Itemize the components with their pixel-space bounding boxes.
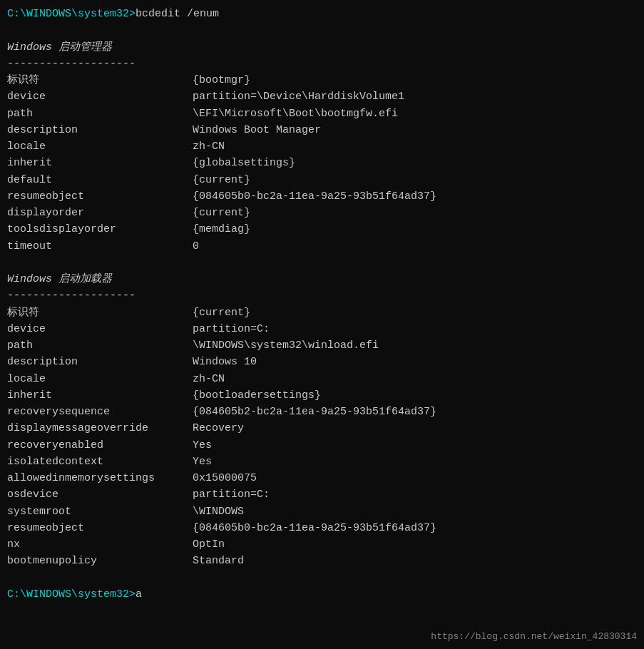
table-row: locale zh-CN xyxy=(7,138,637,155)
table-row: recoveryenabled Yes xyxy=(7,437,637,454)
table-row: 标识符 {bootmgr} xyxy=(7,72,637,88)
value: Standard xyxy=(193,553,244,569)
watermark: https://blog.csdn.net/weixin_42830314 xyxy=(431,631,637,642)
value: {084605b2-bc2a-11ea-9a25-93b51f64ad37} xyxy=(193,404,436,420)
table-row: device partition=C: xyxy=(7,321,637,337)
table-row: nx OptIn xyxy=(7,536,637,553)
prompt-2: C:\WINDOWS\system32> xyxy=(7,586,136,603)
value: {current} xyxy=(193,305,250,321)
key: systemroot xyxy=(7,504,193,520)
value: partition=C: xyxy=(193,486,270,503)
command-line-1: C:\WINDOWS\system32>bcdedit /enum xyxy=(7,6,637,22)
key: displaymessageoverride xyxy=(7,420,193,436)
value: {084605b0-bc2a-11ea-9a25-93b51f64ad37} xyxy=(193,188,436,205)
table-row: default {current} xyxy=(7,172,637,188)
section1-divider: -------------------- xyxy=(7,56,637,72)
value: {084605b0-bc2a-11ea-9a25-93b51f64ad37} xyxy=(193,520,436,536)
table-row: bootmenupolicy Standard xyxy=(7,553,637,569)
value: \EFI\Microsoft\Boot\bootmgfw.efi xyxy=(193,106,398,122)
section2-divider: -------------------- xyxy=(7,287,637,304)
value: \WINDOWS\system32\winload.efi xyxy=(193,337,379,354)
value: 0 xyxy=(193,238,199,255)
table-row: timeout 0 xyxy=(7,238,637,255)
blank-1 xyxy=(7,22,637,39)
key: toolsdisplayorder xyxy=(7,221,193,237)
command-2: a xyxy=(136,586,142,603)
table-row: systemroot \WINDOWS xyxy=(7,504,637,520)
key: displayorder xyxy=(7,205,193,221)
key: inherit xyxy=(7,387,193,404)
value: {current} xyxy=(193,205,250,221)
table-row: resumeobject {084605b0-bc2a-11ea-9a25-93… xyxy=(7,188,637,205)
table-row: toolsdisplayorder {memdiag} xyxy=(7,221,637,237)
table-row: resumeobject {084605b0-bc2a-11ea-9a25-93… xyxy=(7,520,637,536)
key: recoverysequence xyxy=(7,404,193,420)
key: timeout xyxy=(7,238,193,255)
value: {memdiag} xyxy=(193,221,250,237)
value: {globalsettings} xyxy=(193,155,295,171)
key: locale xyxy=(7,138,193,155)
table-row: displaymessageoverride Recovery xyxy=(7,420,637,436)
table-row: displayorder {current} xyxy=(7,205,637,221)
key: recoveryenabled xyxy=(7,437,193,454)
value: partition=\Device\HarddiskVolume1 xyxy=(193,88,404,105)
section2-header: Windows 启动加载器 xyxy=(7,271,637,287)
table-row: inherit {bootloadersettings} xyxy=(7,387,637,404)
table-row: path \WINDOWS\system32\winload.efi xyxy=(7,337,637,354)
value: Yes xyxy=(193,437,212,454)
key: allowedinmemorysettings xyxy=(7,470,193,486)
table-row: osdevice partition=C: xyxy=(7,486,637,503)
section1-header: Windows 启动管理器 xyxy=(7,39,637,56)
value: zh-CN xyxy=(193,371,225,387)
terminal: C:\WINDOWS\system32>bcdedit /enum Window… xyxy=(0,0,644,649)
key: nx xyxy=(7,536,193,553)
value: Recovery xyxy=(193,420,244,436)
key: default xyxy=(7,172,193,188)
value: zh-CN xyxy=(193,138,225,155)
value: {bootloadersettings} xyxy=(193,387,321,404)
key: 标识符 xyxy=(7,305,193,321)
key: 标识符 xyxy=(7,72,193,88)
value: Windows Boot Manager xyxy=(193,122,321,138)
value: Windows 10 xyxy=(193,354,257,370)
value: partition=C: xyxy=(193,321,270,337)
key: device xyxy=(7,321,193,337)
table-row: description Windows Boot Manager xyxy=(7,122,637,138)
table-row: 标识符 {current} xyxy=(7,305,637,321)
table-row: recoverysequence {084605b2-bc2a-11ea-9a2… xyxy=(7,404,637,420)
table-row: description Windows 10 xyxy=(7,354,637,370)
blank-3 xyxy=(7,570,637,586)
key: description xyxy=(7,122,193,138)
table-row: allowedinmemorysettings 0x15000075 xyxy=(7,470,637,486)
key: resumeobject xyxy=(7,520,193,536)
table-row: isolatedcontext Yes xyxy=(7,454,637,470)
key: device xyxy=(7,88,193,105)
value: 0x15000075 xyxy=(193,470,257,486)
table-row: device partition=\Device\HarddiskVolume1 xyxy=(7,88,637,105)
key: isolatedcontext xyxy=(7,454,193,470)
value: {bootmgr} xyxy=(193,72,250,88)
key: osdevice xyxy=(7,486,193,503)
key: resumeobject xyxy=(7,188,193,205)
command-1: bcdedit /enum xyxy=(136,6,219,22)
key: path xyxy=(7,337,193,354)
key: inherit xyxy=(7,155,193,171)
command-line-2: C:\WINDOWS\system32>a xyxy=(7,586,637,603)
key: path xyxy=(7,106,193,122)
value: \WINDOWS xyxy=(193,504,244,520)
key: locale xyxy=(7,371,193,387)
blank-2 xyxy=(7,255,637,271)
prompt-1: C:\WINDOWS\system32> xyxy=(7,6,136,22)
key: description xyxy=(7,354,193,370)
key: bootmenupolicy xyxy=(7,553,193,569)
table-row: inherit {globalsettings} xyxy=(7,155,637,171)
value: OptIn xyxy=(193,536,225,553)
value: Yes xyxy=(193,454,212,470)
table-row: locale zh-CN xyxy=(7,371,637,387)
table-row: path \EFI\Microsoft\Boot\bootmgfw.efi xyxy=(7,106,637,122)
value: {current} xyxy=(193,172,250,188)
